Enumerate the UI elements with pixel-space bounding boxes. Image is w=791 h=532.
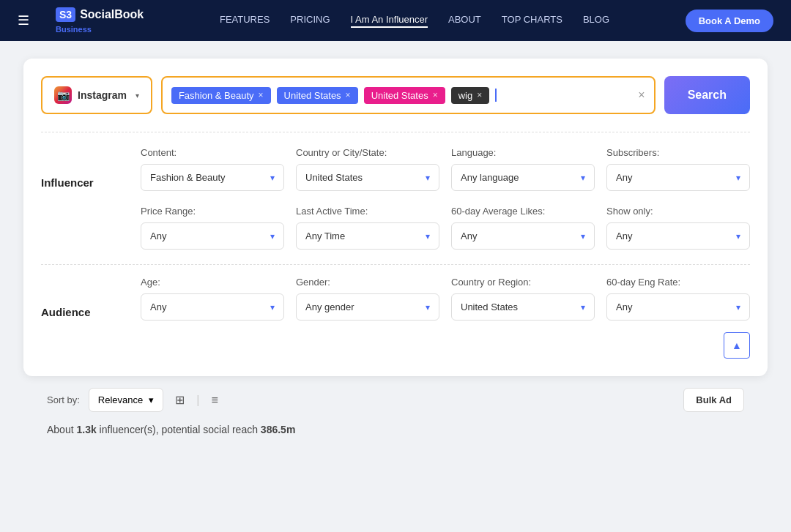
price-filter-group: Price Range: Any ▾ [141, 206, 284, 250]
navbar: ☰ S3 SocialBook Business FEATURES PRICIN… [0, 0, 791, 41]
platform-arrow-icon: ▾ [135, 91, 139, 100]
country-filter-group: Country or City/State: United States ▾ [296, 147, 439, 191]
nav-pricing[interactable]: PRICING [290, 14, 330, 28]
language-select[interactable]: Any language ▾ [451, 164, 595, 191]
price-arrow-icon: ▾ [270, 231, 275, 241]
bottom-bar: Sort by: Relevance ▾ ⊞ | ≡ Bulk Ad [23, 376, 768, 424]
language-arrow-icon: ▾ [581, 173, 585, 183]
results-prefix: About [47, 424, 76, 435]
country-select[interactable]: United States ▾ [296, 164, 439, 191]
subscribers-value: Any [616, 172, 632, 183]
results-count: 1.3k [76, 424, 96, 435]
brand-sub: Business [56, 25, 92, 34]
price-label: Price Range: [141, 206, 284, 217]
tag-united-states-1: United States × [277, 87, 358, 104]
price-value: Any [150, 231, 166, 241]
age-value: Any [150, 301, 166, 312]
brand-name: SocialBook [80, 8, 144, 21]
eng-rate-value: Any [616, 301, 632, 312]
tag-united-states-2: United States × [364, 87, 445, 104]
bulk-add-button[interactable]: Bulk Ad [683, 388, 744, 412]
eng-rate-arrow-icon: ▾ [736, 302, 740, 312]
sort-row: Sort by: Relevance ▾ ⊞ | ≡ [47, 388, 221, 412]
price-select[interactable]: Any ▾ [141, 222, 284, 250]
subscribers-arrow-icon: ▾ [736, 173, 740, 183]
nav-features[interactable]: FEATURES [220, 14, 270, 28]
last-active-arrow-icon: ▾ [426, 231, 430, 241]
influencer-filter-row-1: Influencer Content: Fashion & Beauty ▾ C… [41, 147, 750, 191]
tag-close-wig[interactable]: × [477, 90, 482, 100]
content-value: Fashion & Beauty [150, 172, 226, 183]
subscribers-select[interactable]: Any ▾ [606, 164, 750, 191]
content-filter-group: Content: Fashion & Beauty ▾ [141, 147, 284, 191]
filters-section: Influencer Content: Fashion & Beauty ▾ C… [41, 132, 750, 359]
last-active-select[interactable]: Any Time ▾ [296, 222, 439, 250]
nav-links: FEATURES PRICING I Am An Influencer ABOU… [167, 14, 661, 28]
platform-select[interactable]: 📷 Instagram ▾ [41, 76, 152, 114]
audience-country-value: United States [461, 301, 518, 312]
tag-label: United States [284, 90, 341, 101]
nav-influencer[interactable]: I Am An Influencer [351, 14, 428, 28]
brand: S3 SocialBook Business [56, 7, 144, 34]
nav-blog[interactable]: BLOG [583, 14, 609, 28]
audience-country-filter-group: Country or Region: United States ▾ [451, 277, 595, 321]
tags-input-box[interactable]: Fashion & Beauty × United States × Unite… [161, 76, 656, 114]
gender-arrow-icon: ▾ [426, 302, 430, 312]
audience-filter-row: Audience Age: Any ▾ Gender: Any gender ▾ [41, 277, 750, 321]
show-only-filter-group: Show only: Any ▾ [606, 206, 750, 250]
eng-rate-label: 60-day Eng Rate: [606, 277, 750, 288]
age-select[interactable]: Any ▾ [141, 293, 284, 321]
search-button[interactable]: Search [664, 76, 750, 114]
avg-likes-arrow-icon: ▾ [581, 231, 585, 241]
tag-close-fashion[interactable]: × [259, 90, 264, 100]
country-value: United States [305, 172, 363, 183]
instagram-icon: 📷 [54, 86, 72, 104]
last-active-value: Any Time [305, 231, 345, 241]
results-text: About 1.3k influencer(s), potential soci… [23, 424, 768, 447]
scroll-top-button[interactable]: ▲ [724, 332, 750, 359]
tag-label: Fashion & Beauty [179, 90, 254, 101]
gender-label: Gender: [296, 277, 439, 288]
content-select[interactable]: Fashion & Beauty ▾ [141, 164, 284, 191]
avg-likes-filter-group: 60-day Average Likes: Any ▾ [451, 206, 595, 250]
text-cursor [495, 89, 497, 102]
audience-country-arrow-icon: ▾ [581, 302, 585, 312]
brand-logo: S3 [56, 7, 75, 22]
view-divider: | [196, 394, 199, 407]
audience-country-select[interactable]: United States ▾ [451, 293, 595, 321]
audience-label: Audience [41, 277, 129, 318]
show-only-select[interactable]: Any ▾ [606, 222, 750, 250]
avg-likes-label: 60-day Average Likes: [451, 206, 595, 217]
section-divider [41, 264, 750, 265]
book-demo-button[interactable]: Book A Demo [686, 10, 773, 32]
show-only-value: Any [616, 231, 632, 241]
subscribers-filter-group: Subscribers: Any ▾ [606, 147, 750, 191]
language-value: Any language [461, 172, 519, 183]
content-arrow-icon: ▾ [270, 173, 275, 183]
grid-view-button[interactable]: ⊞ [172, 390, 187, 410]
main-content: 📷 Instagram ▾ Fashion & Beauty × United … [0, 41, 791, 465]
sort-by-label: Sort by: [47, 394, 80, 405]
avg-likes-select[interactable]: Any ▾ [451, 222, 595, 250]
sort-select[interactable]: Relevance ▾ [89, 388, 163, 412]
list-view-button[interactable]: ≡ [208, 391, 220, 410]
hamburger-icon[interactable]: ☰ [18, 12, 29, 29]
age-label: Age: [141, 277, 284, 288]
tag-close-us1[interactable]: × [346, 90, 351, 100]
gender-filter-group: Gender: Any gender ▾ [296, 277, 439, 321]
results-reach: 386.5m [261, 424, 295, 435]
nav-top-charts[interactable]: TOP CHARTS [502, 14, 562, 28]
clear-tags-button[interactable]: × [638, 89, 645, 102]
tag-wig: wig × [451, 87, 490, 104]
eng-rate-select[interactable]: Any ▾ [606, 293, 750, 321]
gender-select[interactable]: Any gender ▾ [296, 293, 439, 321]
results-middle: influencer(s), potential social reach [97, 424, 261, 435]
tag-close-us2[interactable]: × [433, 90, 438, 100]
language-filter-group: Language: Any language ▾ [451, 147, 595, 191]
tag-label: United States [371, 90, 428, 101]
nav-about[interactable]: ABOUT [448, 14, 481, 28]
age-filter-group: Age: Any ▾ [141, 277, 284, 321]
platform-label: Instagram [78, 89, 127, 101]
tag-fashion-beauty: Fashion & Beauty × [171, 87, 271, 104]
language-label: Language: [451, 147, 595, 158]
